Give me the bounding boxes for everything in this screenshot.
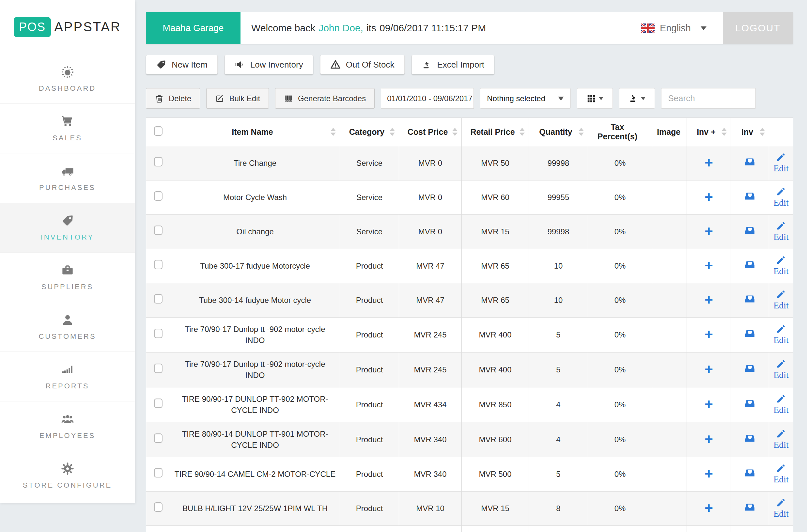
sidebar-item-suppliers[interactable]: SUPPLIERS (0, 252, 135, 302)
row-checkbox[interactable] (154, 364, 162, 373)
inventory-inbox-button[interactable] (744, 260, 756, 270)
select-all-checkbox[interactable] (154, 126, 162, 136)
add-inventory-button[interactable]: + (705, 224, 713, 239)
edit-button[interactable]: Edit (773, 255, 789, 277)
edit-button[interactable]: Edit (773, 324, 789, 346)
column-header-inv[interactable]: Inv + (687, 118, 731, 146)
inventory-inbox-button[interactable] (744, 363, 756, 374)
pencil-icon (776, 152, 786, 162)
table-row: Tube 300-14 fudyue Motor cycleProductMVR… (146, 283, 793, 318)
category-cell: Product (340, 283, 399, 318)
sidebar-item-customers[interactable]: CUSTOMERS (0, 302, 135, 352)
language-selector[interactable]: English (641, 12, 707, 44)
out-of-stock-button[interactable]: Out Of Stock (320, 55, 405, 74)
add-inventory-button[interactable]: + (705, 362, 713, 377)
logout-button[interactable]: LOGOUT (723, 12, 793, 44)
edit-label: Edit (773, 474, 789, 485)
welcome-message: Welcome back John Doe, its 09/06/2017 11… (251, 12, 486, 44)
row-checkbox[interactable] (154, 294, 162, 304)
date-range-input[interactable]: 01/01/2010 - 09/06/2017 (381, 88, 474, 109)
sidebar-item-employees[interactable]: EMPLOYEES (0, 401, 135, 451)
column-header-quantity[interactable]: Quantity (529, 118, 588, 146)
generate-barcodes-button[interactable]: Generate Barcodes (275, 88, 374, 109)
edit-cell: Edit (769, 180, 793, 215)
column-header-category[interactable]: Category (340, 118, 399, 146)
inv-cell (731, 492, 769, 526)
user-name-link[interactable]: John Doe, (319, 22, 363, 34)
column-label: Tax Percent(s) (597, 122, 637, 141)
add-inventory-button[interactable]: + (705, 432, 713, 446)
row-checkbox[interactable] (154, 157, 162, 167)
edit-button[interactable]: Edit (773, 498, 789, 519)
inventory-inbox-button[interactable] (744, 225, 756, 236)
column-header-cost-price[interactable]: Cost Price (399, 118, 462, 146)
excel-import-button[interactable]: Excel Import (411, 55, 495, 74)
edit-button[interactable]: Edit (773, 221, 789, 243)
edit-button[interactable]: Edit (773, 359, 789, 381)
column-label: Quantity (539, 127, 572, 136)
inventory-inbox-button[interactable] (744, 502, 756, 512)
edit-button[interactable]: Edit (773, 289, 789, 311)
edit-button[interactable]: Edit (773, 394, 789, 416)
image-cell (652, 180, 687, 215)
sidebar-item-label: REPORTS (46, 382, 90, 391)
sidebar-item-reports[interactable]: REPORTS (0, 352, 135, 401)
export-dropdown[interactable] (619, 88, 655, 109)
column-visibility-dropdown[interactable] (577, 88, 613, 109)
row-checkbox[interactable] (154, 260, 162, 269)
inventory-inbox-button[interactable] (744, 468, 756, 478)
edit-button[interactable]: Edit (773, 187, 789, 208)
row-checkbox[interactable] (154, 399, 162, 408)
tag-icon (60, 214, 75, 227)
inventory-inbox-button[interactable] (744, 157, 756, 167)
inventory-inbox-button[interactable] (744, 191, 756, 202)
add-inventory-button[interactable]: + (705, 259, 713, 273)
column-header-retail-price[interactable]: Retail Price (462, 118, 529, 146)
row-checkbox[interactable] (154, 502, 162, 512)
item-name-cell: TIRE 80/90-14 DUNLOP TT-901 MOTOR-CYCLE … (170, 422, 340, 457)
new-item-button[interactable]: New Item (146, 55, 218, 74)
row-checkbox[interactable] (154, 226, 162, 235)
sidebar-item-dashboard[interactable]: DASHBOARD (0, 54, 135, 103)
inventory-inbox-button[interactable] (744, 294, 756, 304)
edit-button[interactable]: Edit (773, 152, 789, 174)
tax-percent-cell: 0% (588, 146, 652, 180)
store-name-button[interactable]: Maaha Garage (146, 12, 241, 44)
sidebar-item-inventory[interactable]: INVENTORY (0, 203, 135, 252)
inventory-inbox-button[interactable] (744, 398, 756, 408)
add-inventory-button[interactable]: + (705, 327, 713, 342)
add-inventory-button[interactable]: + (705, 501, 713, 515)
sidebar-item-store-configure[interactable]: STORE CONFIGURE (0, 451, 135, 500)
table-row: Tire ChangeServiceMVR 0MVR 50999980%+Edi… (146, 146, 793, 180)
quantity-cell: 4 (529, 387, 588, 422)
add-inventory-button[interactable]: + (705, 156, 713, 170)
welcome-prefix: Welcome back (251, 22, 315, 34)
search-input[interactable] (661, 88, 756, 109)
low-inventory-button[interactable]: Low Inventory (225, 55, 313, 74)
add-inventory-button[interactable]: + (705, 467, 713, 481)
row-checkbox[interactable] (154, 468, 162, 477)
delete-label: Delete (169, 94, 191, 103)
add-inventory-button[interactable]: + (705, 190, 713, 204)
tax-percent-cell: 0% (588, 526, 652, 532)
inventory-inbox-button[interactable] (744, 328, 756, 339)
add-inventory-button[interactable]: + (705, 397, 713, 412)
edit-button[interactable]: Edit (773, 463, 789, 485)
bulk-edit-button[interactable]: Bulk Edit (206, 88, 269, 109)
sidebar-item-sales[interactable]: SALES (0, 103, 135, 153)
row-checkbox[interactable] (154, 329, 162, 338)
inv-cell (731, 249, 769, 283)
sidebar-item-purchases[interactable]: PURCHASES (0, 153, 135, 203)
edit-label: Edit (773, 439, 789, 451)
add-inventory-button[interactable]: + (705, 293, 713, 307)
row-checkbox[interactable] (154, 191, 162, 201)
category-filter-select[interactable]: Nothing selected (480, 88, 571, 109)
column-header-item-name[interactable]: Item Name (170, 118, 340, 146)
row-checkbox[interactable] (154, 433, 162, 443)
edit-button[interactable]: Edit (773, 429, 789, 451)
inventory-inbox-button[interactable] (744, 433, 756, 443)
category-cell: Service (340, 180, 399, 215)
delete-button[interactable]: Delete (146, 88, 200, 109)
category-cell: Product (340, 492, 399, 526)
column-header-inv[interactable]: Inv (731, 118, 769, 146)
